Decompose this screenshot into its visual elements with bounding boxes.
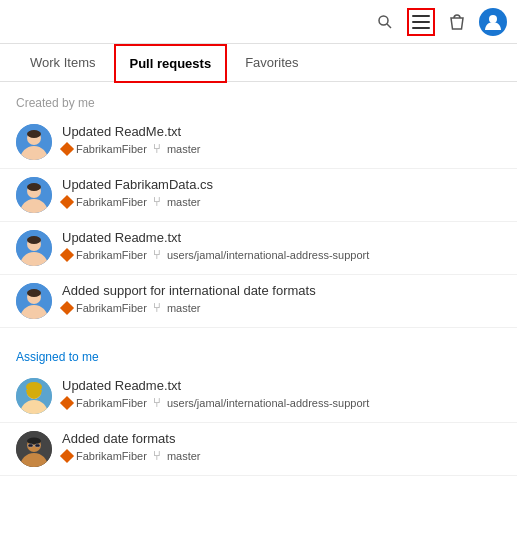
- pr-item-content: Added date formats FabrikamFiber ⑂ maste…: [62, 431, 501, 463]
- section-created-by-me-label: Created by me: [0, 82, 517, 116]
- header-icons: [371, 8, 507, 36]
- shopping-bag-icon[interactable]: [443, 8, 471, 36]
- pr-item-content: Updated Readme.txt FabrikamFiber ⑂ users…: [62, 378, 501, 410]
- assigned-to-me-list: Updated Readme.txt FabrikamFiber ⑂ users…: [0, 370, 517, 476]
- tab-work-items[interactable]: Work Items: [16, 45, 110, 82]
- pr-repo-name: FabrikamFiber: [76, 397, 147, 409]
- pr-item-title: Updated ReadMe.txt: [62, 124, 501, 139]
- diamond-icon: [60, 194, 74, 208]
- pr-item-title: Updated FabrikamData.cs: [62, 177, 501, 192]
- tab-favorites[interactable]: Favorites: [231, 45, 312, 82]
- user-avatar-icon[interactable]: [479, 8, 507, 36]
- svg-rect-3: [412, 21, 430, 23]
- pr-item-meta: FabrikamFiber ⑂ master: [62, 194, 501, 209]
- pr-item-meta: FabrikamFiber ⑂ users/jamal/internationa…: [62, 395, 501, 410]
- svg-rect-2: [412, 15, 430, 17]
- pr-item-meta: FabrikamFiber ⑂ master: [62, 300, 501, 315]
- pr-branch-name: master: [167, 302, 201, 314]
- pr-item-title: Added support for international date for…: [62, 283, 501, 298]
- diamond-icon: [60, 247, 74, 261]
- diamond-icon: [60, 300, 74, 314]
- pr-item-content: Added support for international date for…: [62, 283, 501, 315]
- pr-item-meta: FabrikamFiber ⑂ users/jamal/internationa…: [62, 247, 501, 262]
- pr-repo-name: FabrikamFiber: [76, 450, 147, 462]
- branch-separator: ⑂: [153, 247, 161, 262]
- svg-point-17: [27, 289, 41, 297]
- pr-branch-name: master: [167, 196, 201, 208]
- pr-list-item[interactable]: Added date formats FabrikamFiber ⑂ maste…: [0, 423, 517, 476]
- diamond-icon: [60, 141, 74, 155]
- svg-point-8: [27, 130, 41, 138]
- diamond-icon: [60, 448, 74, 462]
- pr-item-title: Updated Readme.txt: [62, 230, 501, 245]
- pr-list-item[interactable]: Updated ReadMe.txt FabrikamFiber ⑂ maste…: [0, 116, 517, 169]
- pr-branch-name: master: [167, 143, 201, 155]
- list-icon[interactable]: [407, 8, 435, 36]
- tab-pull-requests[interactable]: Pull requests: [114, 44, 228, 83]
- pr-list-item[interactable]: Updated Readme.txt FabrikamFiber ⑂ users…: [0, 222, 517, 275]
- svg-point-0: [379, 16, 388, 25]
- branch-separator: ⑂: [153, 448, 161, 463]
- pr-branch-name: users/jamal/international-address-suppor…: [167, 397, 369, 409]
- svg-rect-24: [28, 444, 33, 447]
- branch-separator: ⑂: [153, 300, 161, 315]
- svg-point-11: [27, 183, 41, 191]
- pr-item-title: Updated Readme.txt: [62, 378, 501, 393]
- header: [0, 0, 517, 44]
- created-by-me-list: Updated ReadMe.txt FabrikamFiber ⑂ maste…: [0, 116, 517, 328]
- branch-separator: ⑂: [153, 194, 161, 209]
- svg-point-14: [27, 236, 41, 244]
- search-icon[interactable]: [371, 8, 399, 36]
- pr-repo-name: FabrikamFiber: [76, 302, 147, 314]
- diamond-icon: [60, 395, 74, 409]
- svg-point-23: [27, 438, 41, 445]
- svg-rect-25: [35, 444, 40, 447]
- pr-repo-name: FabrikamFiber: [76, 196, 147, 208]
- pr-list-item[interactable]: Updated FabrikamData.cs FabrikamFiber ⑂ …: [0, 169, 517, 222]
- pr-item-content: Updated Readme.txt FabrikamFiber ⑂ users…: [62, 230, 501, 262]
- svg-line-1: [387, 24, 391, 28]
- pr-item-title: Added date formats: [62, 431, 501, 446]
- pr-item-content: Updated FabrikamData.cs FabrikamFiber ⑂ …: [62, 177, 501, 209]
- pr-item-meta: FabrikamFiber ⑂ master: [62, 141, 501, 156]
- section-assigned-to-me-label[interactable]: Assigned to me: [0, 336, 517, 370]
- section-divider: [0, 328, 517, 336]
- pr-item-content: Updated ReadMe.txt FabrikamFiber ⑂ maste…: [62, 124, 501, 156]
- pr-list-item[interactable]: Added support for international date for…: [0, 275, 517, 328]
- branch-separator: ⑂: [153, 395, 161, 410]
- tabs-bar: Work Items Pull requests Favorites: [0, 44, 517, 82]
- pr-repo-name: FabrikamFiber: [76, 143, 147, 155]
- pr-list-item[interactable]: Updated Readme.txt FabrikamFiber ⑂ users…: [0, 370, 517, 423]
- pr-branch-name: users/jamal/international-address-suppor…: [167, 249, 369, 261]
- branch-separator: ⑂: [153, 141, 161, 156]
- svg-point-5: [489, 15, 497, 23]
- pr-repo-name: FabrikamFiber: [76, 249, 147, 261]
- pr-item-meta: FabrikamFiber ⑂ master: [62, 448, 501, 463]
- pr-branch-name: master: [167, 450, 201, 462]
- svg-rect-4: [412, 27, 430, 29]
